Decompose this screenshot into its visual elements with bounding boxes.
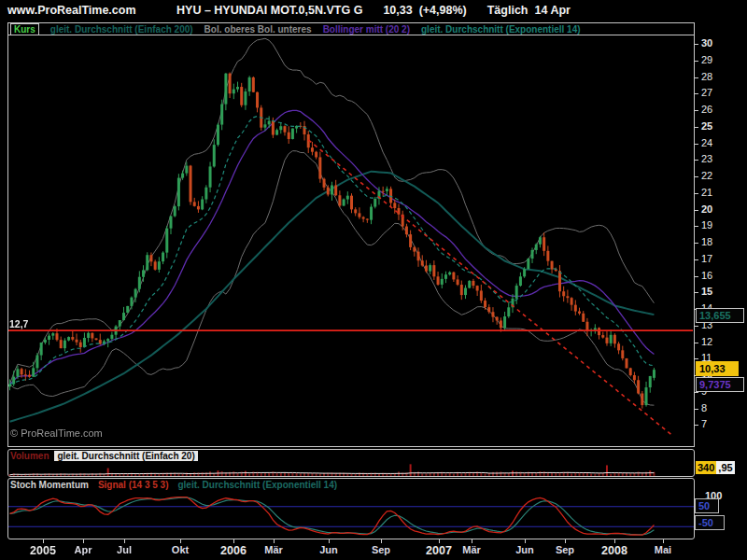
- price-axis-tick: [694, 259, 698, 260]
- price-chart-canvas[interactable]: [8, 35, 693, 446]
- date-axis-tick: [274, 539, 275, 543]
- date-axis-tick: [83, 539, 84, 543]
- stoch-canvas[interactable]: [8, 479, 694, 539]
- price-axis-label: 22: [701, 170, 712, 181]
- volume-canvas[interactable]: [8, 462, 694, 476]
- date-axis-tick: [663, 539, 664, 543]
- date-axis-label: Okt: [172, 544, 189, 555]
- price-axis-label: 16: [701, 270, 712, 281]
- price-change: (+4,98%): [419, 4, 467, 17]
- date-axis-label: Jun: [515, 544, 534, 555]
- session-date: 14 Apr: [535, 4, 571, 17]
- date-axis-tick: [472, 539, 472, 543]
- date-axis-tick: [180, 539, 181, 543]
- price-axis-label: 19: [701, 219, 712, 231]
- price-legend-item-0[interactable]: Kurs: [10, 23, 39, 35]
- volume-pane: Volumengleit. Durchschnitt (Einfach 20): [7, 449, 695, 477]
- copyright-watermark: © ProRealTime.com: [10, 427, 103, 439]
- price-legend-item-4[interactable]: gleit. Durchschnitt (Exponentiell 14): [421, 24, 581, 35]
- date-axis-label: Mär: [264, 544, 283, 555]
- timeframe-label: Täglich: [487, 4, 529, 17]
- date-axis-tick: [381, 539, 382, 543]
- date-axis-label: Sep: [556, 544, 574, 555]
- price-axis-label: 28: [701, 71, 712, 82]
- price-axis-tick: [694, 409, 698, 410]
- right-label-rail: 3029282726252423222120191817161514131211…: [694, 0, 747, 560]
- date-axis-tick: [614, 539, 615, 543]
- price-axis-tick: [694, 425, 698, 426]
- price-axis-tick: [694, 176, 698, 177]
- sma200-last-value-label: 13,655: [696, 308, 744, 323]
- date-axis-label: Apr: [75, 544, 92, 555]
- price-axis-label: 27: [701, 87, 712, 98]
- price-legend-bar: Kursgleit. Durchschnitt (Einfach 200)Bol…: [7, 22, 695, 35]
- date-axis-label: Jul: [117, 544, 132, 555]
- price-axis-label: 15: [701, 286, 712, 297]
- hline-price-label: 12,7: [9, 318, 28, 329]
- date-axis-label: Jun: [319, 544, 338, 555]
- price-axis-tick: [694, 243, 698, 244]
- price-axis-label: 21: [701, 187, 712, 198]
- price-axis-label: 29: [701, 54, 712, 65]
- price-axis-tick: [694, 127, 698, 128]
- price-axis-label: 17: [701, 253, 712, 264]
- date-axis-tick: [124, 539, 125, 543]
- price-axis-tick: [694, 358, 698, 359]
- price-axis-tick: [694, 226, 698, 227]
- price-axis-label: 12: [701, 336, 712, 347]
- volume-legend-item-1[interactable]: gleit. Durchschnitt (Einfach 20): [54, 451, 197, 461]
- date-axis-tick: [525, 539, 526, 543]
- last-price-label: 10,33: [696, 361, 739, 376]
- date-axis-tick: [439, 539, 440, 543]
- price-axis-label: 18: [701, 236, 712, 247]
- price-axis-label: 30: [701, 37, 712, 49]
- last-price: 10,33: [383, 4, 412, 17]
- price-axis-tick: [694, 392, 698, 393]
- price-axis-tick: [694, 210, 698, 211]
- price-axis-label: 20: [701, 203, 712, 215]
- price-axis-tick: [694, 193, 698, 194]
- date-axis-tick: [233, 539, 234, 543]
- price-axis-label: 26: [701, 104, 712, 115]
- price-legend-item-2[interactable]: Bol. oberes Bol. unteres: [204, 24, 312, 35]
- stoch-pane: Stoch MomentumSignal (14 3 5 3)gleit. Du…: [7, 478, 695, 539]
- date-axis-label: Sep: [372, 544, 390, 555]
- price-axis-label: 23: [701, 153, 712, 164]
- volume-legend-item-0[interactable]: Volumen: [10, 451, 49, 461]
- price-axis-tick: [694, 144, 698, 145]
- price-axis-tick: [694, 326, 698, 327]
- stoch-level-50-box: 50: [695, 498, 719, 513]
- price-axis-tick: [694, 110, 698, 111]
- date-axis-label: 2008: [601, 544, 627, 557]
- price-legend-item-3[interactable]: Bollinger mitt (20 2): [323, 24, 410, 35]
- volume-last-value-label: 340,95: [696, 462, 735, 473]
- date-axis-label: 2005: [30, 544, 56, 557]
- header-bar: www.ProRealTime.com HYU – HYUNDAI MOT.0,…: [0, 0, 747, 21]
- price-axis-tick: [694, 276, 698, 277]
- date-axis[interactable]: 2005AprJulOkt2006MärJunSep2007MärJunSep2…: [0, 539, 747, 560]
- instrument-name: HYU – HYUNDAI MOT.0,5N.VTG G: [176, 4, 362, 17]
- volume-legend-bar: Volumengleit. Durchschnitt (Einfach 20): [10, 451, 198, 461]
- date-axis-tick: [565, 539, 566, 543]
- price-axis-tick: [694, 77, 698, 78]
- date-axis-label: Mär: [462, 544, 481, 555]
- volume-value-main: 340: [696, 461, 716, 474]
- date-axis-tick: [43, 539, 44, 543]
- date-axis-tick: [329, 539, 330, 543]
- chart-title: HYU – HYUNDAI MOT.0,5N.VTG G 10,33 (+4,9…: [112, 4, 635, 17]
- date-axis-label: 2007: [426, 544, 452, 557]
- price-axis-label: 24: [701, 137, 712, 148]
- date-axis-label: 2006: [220, 544, 247, 557]
- price-axis-tick: [694, 93, 698, 94]
- stoch-level-minus50-box: -50: [695, 515, 725, 530]
- price-axis-tick: [694, 343, 698, 343]
- price-axis-tick: [694, 292, 698, 293]
- price-legend-item-1[interactable]: gleit. Durchschnitt (Einfach 200): [50, 24, 193, 35]
- price-axis-tick: [694, 44, 698, 45]
- price-axis-label: 7: [701, 418, 707, 429]
- price-axis-label: 25: [701, 120, 712, 132]
- volume-value-fraction: ,95: [716, 461, 734, 474]
- bollinger-mid-value-label: 9,7375: [696, 377, 744, 392]
- price-pane: 12,7 © ProRealTime.com: [7, 35, 695, 447]
- date-axis-label: Mai: [655, 544, 671, 555]
